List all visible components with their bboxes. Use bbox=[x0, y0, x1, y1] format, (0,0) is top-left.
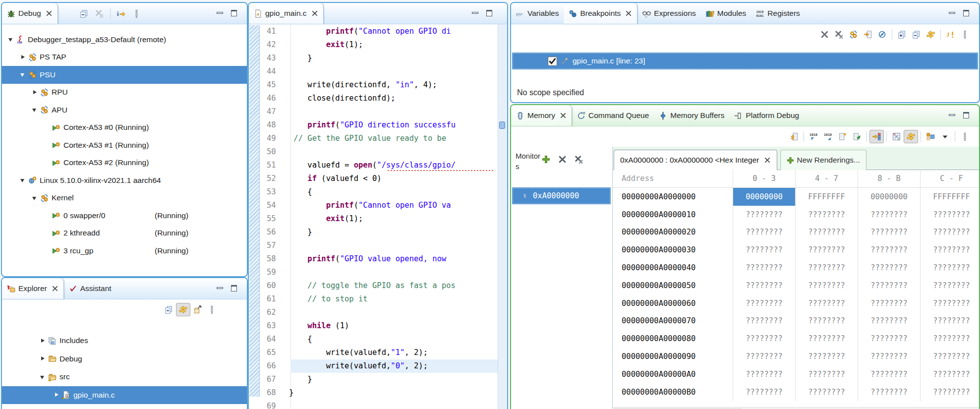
view-menu-button[interactable] bbox=[958, 130, 972, 143]
tree-item-gpio-main-c[interactable]: cgpio_main.c bbox=[2, 386, 247, 405]
export-memory-button[interactable] bbox=[787, 130, 801, 143]
code-line[interactable]: 53 { bbox=[260, 185, 498, 199]
memory-cell[interactable]: ???????? bbox=[921, 294, 979, 312]
code-line[interactable]: 68} bbox=[260, 386, 498, 400]
view-menu-button[interactable] bbox=[958, 28, 972, 41]
close-icon[interactable] bbox=[560, 112, 567, 119]
memory-cell[interactable]: ???????? bbox=[796, 383, 858, 401]
chevron-collapsed-icon[interactable] bbox=[40, 355, 46, 362]
go-to-file-button[interactable] bbox=[861, 28, 875, 41]
remove-all-button[interactable] bbox=[832, 28, 846, 41]
memory-cell[interactable]: ???????? bbox=[921, 224, 979, 241]
memory-row[interactable]: 00000000A0000070????????????????????????… bbox=[613, 312, 979, 330]
tab-command-queue[interactable]: Command Queue bbox=[572, 105, 654, 126]
memory-cell[interactable]: ???????? bbox=[796, 312, 858, 330]
code-line[interactable]: 54 printf("Cannot open GPIO va bbox=[260, 199, 498, 212]
memory-row[interactable]: 00000000A0000060????????????????????????… bbox=[613, 294, 979, 312]
maximize-icon[interactable] bbox=[962, 112, 971, 119]
code-line[interactable]: 69 bbox=[260, 400, 498, 409]
skip-all-breakpoints-button[interactable] bbox=[875, 28, 889, 41]
tab-variables[interactable]: (x)=Variables bbox=[511, 3, 564, 24]
new-memory-view-button[interactable] bbox=[835, 130, 850, 143]
collapse-all-button[interactable] bbox=[162, 303, 176, 316]
memory-cell[interactable]: ???????? bbox=[921, 365, 979, 383]
code-line[interactable]: 66 write(valuefd,"0", 2); bbox=[260, 359, 498, 373]
tree-item-psu[interactable]: PSU bbox=[2, 66, 247, 84]
overview-marker[interactable] bbox=[499, 121, 505, 129]
java-exception-button[interactable]: J bbox=[943, 28, 958, 41]
dropdown-arrow-button[interactable] bbox=[938, 130, 952, 143]
tab-modules[interactable]: Modules bbox=[701, 3, 751, 24]
memory-row[interactable]: 00000000A0000020????????????????????????… bbox=[613, 224, 979, 241]
pin-memory-button[interactable] bbox=[850, 130, 864, 143]
memory-cell[interactable]: ???????? bbox=[921, 383, 979, 401]
code-line[interactable]: 50 bbox=[260, 145, 498, 159]
collapse-all-button[interactable] bbox=[909, 28, 923, 41]
tree-item-rpu[interactable]: RPU bbox=[2, 84, 247, 102]
memory-row[interactable]: 00000000A00000A0????????????????????????… bbox=[613, 365, 979, 383]
memory-cell[interactable]: ???????? bbox=[796, 277, 858, 294]
memory-row[interactable]: 00000000A00000B0????????????????????????… bbox=[613, 383, 979, 401]
memory-cell[interactable]: ???????? bbox=[921, 348, 979, 365]
memory-cell[interactable]: ???????? bbox=[858, 206, 921, 224]
memory-cell[interactable]: ???????? bbox=[796, 241, 858, 259]
tree-item-cortex-a53-1-running-[interactable]: Cortex-A53 #1 (Running) bbox=[2, 136, 247, 154]
code-line[interactable]: 67 } bbox=[260, 373, 498, 386]
memory-cell[interactable]: ???????? bbox=[733, 277, 796, 294]
tree-item-readme-txt[interactable]: README.txt bbox=[2, 404, 247, 409]
memory-cell[interactable]: ???????? bbox=[733, 330, 796, 348]
column-header-4-7[interactable]: 4 - 7 bbox=[796, 170, 858, 187]
memory-cell[interactable]: 00000000 bbox=[733, 188, 796, 206]
memory-cell[interactable]: FFFFFFFF bbox=[796, 188, 858, 206]
code-line[interactable]: 49 // Get the GPIO value ready to be bbox=[260, 132, 498, 145]
code-line[interactable]: 57 bbox=[260, 239, 498, 252]
monitor-item[interactable]: 0xA0000000 bbox=[512, 187, 611, 204]
code-line[interactable]: 42 exit(1); bbox=[260, 38, 498, 52]
column-header-0-3[interactable]: 0 - 3 bbox=[733, 170, 796, 187]
memory-cell[interactable]: 00000000 bbox=[858, 188, 921, 206]
tab-breakpoints[interactable]: Breakpoints bbox=[564, 3, 637, 24]
memory-cell[interactable]: ???????? bbox=[733, 365, 796, 383]
tree-item-kernel[interactable]: Kernel bbox=[2, 189, 247, 207]
chevron-expanded-icon[interactable] bbox=[20, 71, 26, 78]
memory-cell[interactable]: ???????? bbox=[733, 294, 796, 312]
minimize-icon[interactable] bbox=[947, 112, 957, 119]
endianness-be-button[interactable]: 1010 bbox=[821, 130, 835, 143]
tab-memory-buffers[interactable]: Memory Buffers bbox=[654, 105, 729, 126]
minimize-icon[interactable] bbox=[215, 9, 225, 17]
tree-item-debugger-testapp-a53-default-remote-[interactable]: TCFDebugger_testapp_a53-Default (remote) bbox=[2, 31, 247, 49]
reset-gears-button[interactable] bbox=[846, 28, 861, 41]
memory-row[interactable]: 00000000A0000040????????????????????????… bbox=[613, 259, 979, 277]
chevron-expanded-icon[interactable] bbox=[32, 195, 38, 201]
memory-cell[interactable]: ???????? bbox=[858, 383, 921, 401]
memory-row[interactable]: 00000000A0000050????????????????????????… bbox=[613, 277, 979, 294]
code-line[interactable]: 64 { bbox=[260, 333, 498, 346]
memory-cell[interactable]: ???????? bbox=[921, 330, 979, 348]
memory-cell[interactable]: ???????? bbox=[733, 206, 796, 224]
tab-assistant[interactable]: Assistant bbox=[64, 278, 116, 299]
memory-cell[interactable]: ???????? bbox=[858, 277, 921, 294]
memory-cell[interactable]: FFFFFFFF bbox=[921, 188, 979, 206]
memory-cell[interactable]: ???????? bbox=[796, 294, 858, 312]
memory-cell[interactable]: ???????? bbox=[858, 259, 921, 277]
endianness-le-button[interactable]: 1010 bbox=[807, 130, 821, 143]
column-header-Address[interactable]: Address bbox=[613, 170, 733, 187]
memory-cell[interactable]: ???????? bbox=[733, 259, 796, 277]
memory-cell[interactable]: ???????? bbox=[921, 206, 979, 224]
chevron-collapsed-icon[interactable] bbox=[40, 338, 46, 344]
code-line[interactable]: 56 } bbox=[260, 226, 498, 239]
tree-item-3-rcu-gp[interactable]: 3 rcu_gp(Running) bbox=[2, 242, 247, 260]
tree-item-linux-5-10-0-xilinx-v2021-1-aarch64[interactable]: Linux 5.10.0-xilinx-v2021.1 aarch64 bbox=[2, 172, 247, 189]
memory-cell[interactable]: ???????? bbox=[796, 348, 858, 365]
editor-body[interactable]: 41 printf("Cannot open GPIO di42 exit(1)… bbox=[249, 24, 507, 409]
chevron-expanded-icon[interactable] bbox=[8, 36, 14, 43]
tab-gpio-main-c[interactable]: .c gpio_main.c bbox=[249, 3, 324, 24]
link-with-debug-button[interactable] bbox=[923, 28, 938, 41]
chevron-collapsed-icon[interactable] bbox=[32, 89, 38, 96]
code-line[interactable]: 62 bbox=[260, 306, 498, 319]
memory-cell[interactable]: ???????? bbox=[921, 241, 979, 259]
memory-cell[interactable]: ???????? bbox=[921, 259, 979, 277]
code-line[interactable]: 65 write(valuefd,"1", 2); bbox=[260, 346, 498, 359]
rendering-tab-hex-integer[interactable]: 0xA0000000 : 0xA0000000 <Hex Integer bbox=[614, 150, 777, 170]
tab-expressions[interactable]: x=Expressions bbox=[637, 3, 700, 24]
